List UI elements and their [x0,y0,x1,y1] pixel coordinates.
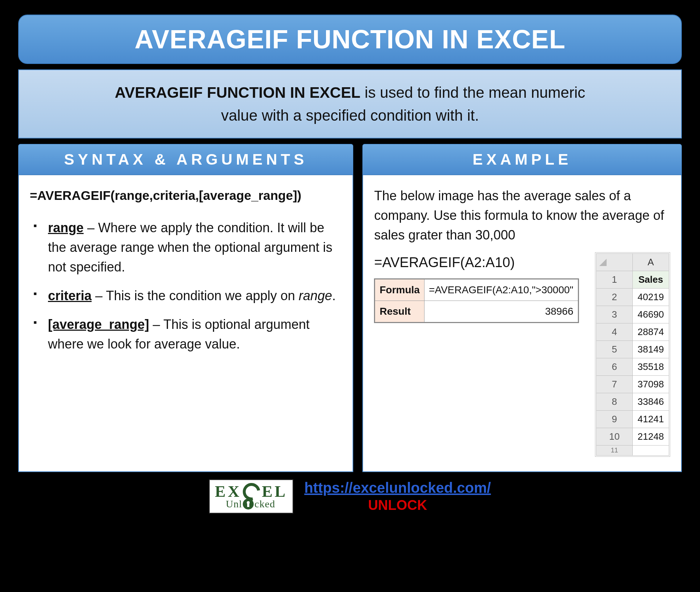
logo-text: EL [262,484,287,500]
logo: EX EL Unl cked [209,479,293,514]
footer-unlock-text: UNLOCK [304,498,491,513]
example-formula-line: =AVERAGEIF(A2:A10) [374,252,588,273]
sales-cell: 38149 [633,341,669,358]
footer-link[interactable]: https://excelunlocked.com/ [304,480,491,496]
formula-label-cell: Formula [375,279,424,301]
footer: EX EL Unl cked https://excelunlocked.com… [7,479,693,514]
columns-row: SYNTAX & ARGUMENTS =AVERAGEIF(range,crit… [18,144,682,472]
row-number: 9 [596,411,633,428]
example-column: EXAMPLE The below image has the average … [362,144,682,472]
row-number: 7 [596,376,633,393]
argument-name: range [48,220,84,235]
example-content-row: =AVERAGEIF(A2:A10) Formula =AVERAGEIF(A2… [374,252,670,457]
keyhole-icon [243,499,254,510]
row-number: 3 [596,306,633,323]
sales-cell: 41241 [633,411,669,428]
argument-item: range – Where we apply the condition. It… [33,218,342,277]
sales-cell: 40219 [633,289,669,306]
logo-top-row: EX EL [215,483,287,500]
select-all-triangle [596,254,633,271]
argument-desc: . [332,288,336,303]
row-number: 8 [596,393,633,411]
row-number: 4 [596,323,633,341]
logo-text: Unl [226,498,242,510]
argument-desc: – Where we apply the condition. It will … [48,220,333,274]
sales-cell: 37098 [633,376,669,393]
example-intro: The below image has the average sales of… [374,186,670,245]
sales-table: A 1Sales 240219 346690 428874 538149 635… [596,253,669,456]
description-text1: is used to find the mean numeric [361,84,586,101]
example-body: The below image has the average sales of… [362,175,682,472]
footer-text-block: https://excelunlocked.com/ UNLOCK [304,480,491,513]
row-number: 2 [596,289,633,306]
sales-cell: 21248 [633,428,669,446]
argument-desc-em: range [299,288,332,303]
column-letter: A [633,254,669,271]
argument-list: range – Where we apply the condition. It… [30,218,342,354]
syntax-formula: =AVERAGEIF(range,criteria,[average_range… [30,186,342,205]
formula-value-cell: =AVERAGEIF(A2:A10,">30000" [424,279,578,301]
page-title: AVERAGEIF FUNCTION IN EXCEL [26,24,674,54]
row-number: 10 [596,428,633,446]
sales-cell: 28874 [633,323,669,341]
logo-text: EX [215,484,241,500]
description-bold: AVERAGEIF FUNCTION IN EXCEL [115,84,361,101]
sales-cell: 33846 [633,393,669,411]
example-header: EXAMPLE [362,144,682,175]
argument-desc: – This is the condition we apply on [92,288,299,303]
argument-item: [average_range] – This is optional argum… [33,315,342,354]
title-banner: AVERAGEIF FUNCTION IN EXCEL [18,15,682,64]
logo-text: cked [254,498,275,510]
row-number: 6 [596,358,633,376]
formula-result-table: Formula =AVERAGEIF(A2:A10,">30000" Resul… [374,278,579,323]
logo-bottom-row: Unl cked [215,498,275,510]
sales-cell: 35518 [633,358,669,376]
sales-header-cell: Sales [633,271,669,289]
syntax-body: =AVERAGEIF(range,criteria,[average_range… [18,175,353,472]
row-number-partial: 11 [596,446,633,456]
sales-table-wrap: A 1Sales 240219 346690 428874 538149 635… [595,252,670,457]
empty-cell [633,446,669,456]
sales-cell: 46690 [633,306,669,323]
syntax-header: SYNTAX & ARGUMENTS [18,144,353,175]
argument-name: criteria [48,288,92,303]
result-label-cell: Result [375,301,424,323]
argument-item: criteria – This is the condition we appl… [33,286,342,306]
infographic-canvas: AVERAGEIF FUNCTION IN EXCEL AVERAGEIF FU… [7,7,693,592]
row-number: 1 [596,271,633,289]
result-value-cell: 38966 [424,301,578,323]
syntax-column: SYNTAX & ARGUMENTS =AVERAGEIF(range,crit… [18,144,353,472]
example-left: =AVERAGEIF(A2:A10) Formula =AVERAGEIF(A2… [374,252,588,323]
argument-name: [average_range] [48,317,149,332]
row-number: 5 [596,341,633,358]
svg-marker-0 [599,259,607,266]
description-text2: value with a specified condition with it… [221,107,479,124]
description-bar: AVERAGEIF FUNCTION IN EXCEL is used to f… [18,69,682,138]
